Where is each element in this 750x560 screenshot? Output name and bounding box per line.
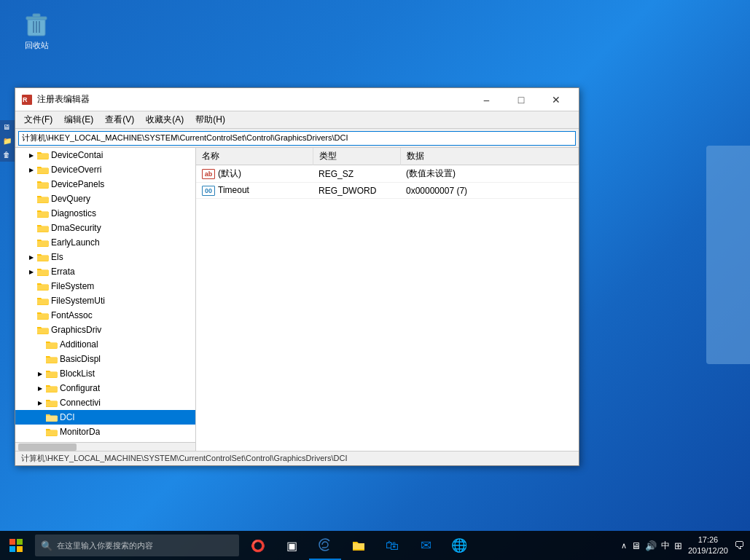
menu-view[interactable]: 查看(V) <box>99 112 140 127</box>
tree-item[interactable]: FontAssoc <box>15 308 195 323</box>
table-row[interactable]: 00TimeoutREG_DWORD0x00000007 (7) <box>196 183 579 199</box>
menu-file[interactable]: 文件(F) <box>18 112 58 127</box>
tree-container: ▶ DeviceContai▶ DeviceOverri DevicePanel… <box>15 148 195 442</box>
taskbar-weather[interactable]: 🌐 <box>443 531 475 560</box>
tree-item[interactable]: ▶ Errata <box>15 264 195 279</box>
recycle-bin-icon[interactable]: 回收站 <box>15 11 58 51</box>
folder-icon <box>37 267 49 277</box>
clock-time: 17:26 <box>688 535 728 545</box>
tree-item[interactable]: Additional <box>15 337 195 352</box>
tree-item[interactable]: ▶ BlockList <box>15 366 195 381</box>
registry-table-body: ab(默认)REG_SZ(数值未设置)00TimeoutREG_DWORD0x0… <box>196 165 579 199</box>
tree-item[interactable]: MonitorDa <box>15 425 195 439</box>
tree-item[interactable]: FileSystem <box>15 279 195 293</box>
tree-arrow-icon <box>27 224 36 232</box>
taskbar-edge[interactable] <box>309 531 341 560</box>
folder-icon <box>37 194 49 204</box>
tree-item[interactable]: DevQuery <box>15 192 195 206</box>
horizontal-scrollbar[interactable] <box>15 442 195 451</box>
address-input[interactable] <box>18 131 576 146</box>
minimize-button[interactable]: ‒ <box>469 88 503 111</box>
close-button[interactable]: ✕ <box>539 88 573 111</box>
folder-icon <box>37 310 49 320</box>
window-title: 注册表编辑器 <box>37 93 469 106</box>
folder-icon <box>46 427 58 437</box>
tree-item[interactable]: GraphicsDriv <box>15 323 195 337</box>
tree-item[interactable]: DmaSecurity <box>15 221 195 235</box>
folder-icon <box>46 368 58 379</box>
tree-item[interactable]: ▶ DeviceContai <box>15 148 195 162</box>
table-header-row: 名称 类型 数据 <box>196 148 579 165</box>
taskbar-clock[interactable]: 17:26 2019/12/20 <box>688 535 728 557</box>
tree-arrow-icon <box>27 180 36 189</box>
taskbar-mail[interactable]: ✉ <box>410 531 442 560</box>
svg-text:R: R <box>23 96 28 103</box>
tree-item-label: BlockList <box>60 368 95 379</box>
tree-item[interactable]: DCI <box>15 410 195 425</box>
tree-item[interactable]: BasicDispl <box>15 352 195 366</box>
taskbar-store[interactable]: 🛍 <box>376 531 408 560</box>
folder-icon <box>37 281 49 291</box>
tree-item-label: DeviceOverri <box>51 165 101 175</box>
tree-panel: ▶ DeviceContai▶ DeviceOverri DevicePanel… <box>15 148 196 451</box>
tree-item[interactable]: ▶ Els <box>15 250 195 264</box>
tree-item-label: BasicDispl <box>60 354 101 364</box>
taskbar-search[interactable]: 🔍 在这里输入你要搜索的内容 <box>35 535 239 556</box>
tree-item[interactable]: Diagnostics <box>15 206 195 221</box>
tree-item-label: FontAssoc <box>51 310 93 320</box>
menu-favorites[interactable]: 收藏夹(A) <box>140 112 190 127</box>
menu-edit[interactable]: 编辑(E) <box>58 112 99 127</box>
reg-data-cell: (数值未设置) <box>400 165 579 183</box>
search-placeholder: 在这里输入你要搜索的内容 <box>57 540 153 551</box>
menu-help[interactable]: 帮助(H) <box>190 112 231 127</box>
reg-entry-name: Timeout <box>218 185 249 195</box>
system-tray: ∧ 🖥 🔊 中 ⊞ 17:26 2019/12/20 🗨 <box>621 535 750 557</box>
folder-icon <box>37 208 49 218</box>
tray-grid[interactable]: ⊞ <box>674 540 682 551</box>
tree-item[interactable]: UseNewKe <box>15 439 195 442</box>
taskbar-task-view[interactable]: ▣ <box>276 531 308 560</box>
right-panel[interactable]: 名称 类型 数据 ab(默认)REG_SZ(数值未设置)00TimeoutREG… <box>196 148 579 451</box>
tree-item-label: UseNewKe <box>60 441 103 442</box>
folder-icon <box>37 252 49 262</box>
reg-name-cell: ab(默认) <box>196 165 313 183</box>
tree-item[interactable]: FileSystemUti <box>15 293 195 308</box>
tree-item-label: Configurat <box>60 383 100 393</box>
tray-ime-zh[interactable]: 中 <box>661 540 670 552</box>
desktop: 回收站 🖥 📁 🗑 R 注册表编辑器 ‒ □ ✕ 文件(F) 编辑(E) 查看 <box>0 0 750 560</box>
recycle-bin-label: 回收站 <box>25 40 49 51</box>
svg-rect-11 <box>17 546 23 552</box>
folder-icon <box>46 441 58 442</box>
maximize-button[interactable]: □ <box>504 88 538 111</box>
tree-scroll-area[interactable]: ▶ DeviceContai▶ DeviceOverri DevicePanel… <box>15 148 195 442</box>
tree-item-label: FileSystemUti <box>51 296 105 306</box>
tray-caret[interactable]: ∧ <box>621 541 627 551</box>
tree-item[interactable]: EarlyLaunch <box>15 235 195 250</box>
tree-item-label: Els <box>51 252 63 262</box>
clock-date: 2019/12/20 <box>688 545 728 556</box>
table-row[interactable]: ab(默认)REG_SZ(数值未设置) <box>196 165 579 183</box>
start-button[interactable] <box>0 531 32 560</box>
tray-volume[interactable]: 🔊 <box>645 540 657 551</box>
tree-item[interactable]: ▶ Connectivi <box>15 395 195 410</box>
tree-item[interactable]: ▶ DeviceOverri <box>15 162 195 177</box>
tree-arrow-icon <box>27 326 36 334</box>
reg-type-cell: REG_SZ <box>313 165 400 183</box>
tree-item-label: Diagnostics <box>51 208 96 218</box>
tree-item[interactable]: ▶ Configurat <box>15 381 195 395</box>
tree-arrow-icon: ▶ <box>36 384 44 393</box>
reg-entry-name: (默认) <box>218 168 241 178</box>
tray-network[interactable]: 🖥 <box>631 540 641 551</box>
folder-icon <box>46 383 58 393</box>
svg-rect-9 <box>17 539 23 545</box>
system-tray-icons: ∧ 🖥 🔊 中 ⊞ <box>621 540 682 552</box>
folder-icon <box>37 325 49 335</box>
tree-item[interactable]: DevicePanels <box>15 177 195 192</box>
tree-item-label: DevQuery <box>51 194 90 204</box>
tree-arrow-icon: ▶ <box>27 151 36 159</box>
taskbar-cortana[interactable]: ⭕ <box>242 531 274 560</box>
folder-icon <box>46 398 58 408</box>
notification-icon[interactable]: 🗨 <box>734 540 744 551</box>
taskbar-explorer[interactable] <box>343 531 375 560</box>
svg-rect-1 <box>26 17 47 20</box>
